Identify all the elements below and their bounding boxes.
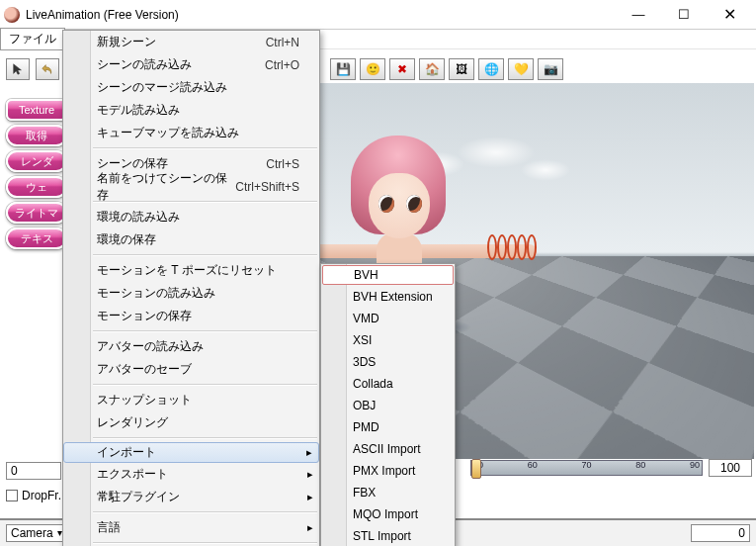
timeline-tick: 70: [581, 460, 591, 474]
menu-item-label: アバターのセーブ: [97, 361, 192, 378]
menu-item-label: シーンの読み込み: [97, 56, 192, 73]
menu-item[interactable]: モーションを T ポーズにリセット: [63, 259, 319, 282]
timeline-tick: 80: [635, 460, 645, 474]
timeline-start-input[interactable]: 0: [6, 462, 61, 480]
sidebar-button-5[interactable]: テキス: [6, 228, 67, 249]
menu-item[interactable]: 常駐プラグイン: [63, 486, 319, 508]
menu-item[interactable]: レンダリング: [63, 411, 319, 434]
menu-item[interactable]: 新規シーンCtrl+N: [63, 31, 319, 53]
toolbar-icon-picture[interactable]: 🖼: [449, 58, 474, 80]
app-icon: [4, 7, 20, 23]
timeline: 50 60 70 80 90 100: [470, 457, 752, 479]
timeline-end-input[interactable]: 100: [709, 459, 752, 477]
menu-item[interactable]: 環境の読み込み: [63, 206, 319, 228]
submenu-item[interactable]: OBJ: [321, 395, 455, 416]
submenu-item[interactable]: BVH Extension: [321, 286, 455, 308]
timeline-track[interactable]: 50 60 70 80 90: [470, 460, 703, 476]
menu-item-label: アバターの読み込み: [97, 338, 204, 355]
menu-file[interactable]: ファイル: [0, 28, 65, 50]
submenu-item[interactable]: XSI: [321, 329, 455, 351]
menu-item-label: 新規シーン: [97, 34, 156, 50]
menu-item[interactable]: 名前をつけてシーンの保存Ctrl+Shift+S: [63, 175, 319, 198]
menu-item-label: モーションを T ポーズにリセット: [97, 262, 277, 279]
menu-item[interactable]: アバターのセーブ: [63, 358, 319, 381]
tool-row-left: [6, 57, 59, 81]
menu-item[interactable]: インポート: [63, 442, 319, 463]
menu-separator: [93, 384, 317, 386]
camera-dropdown[interactable]: Camera: [6, 524, 67, 542]
submenu-item[interactable]: FBX: [321, 482, 455, 503]
menu-item-label: 名前をつけてシーンの保存: [97, 170, 235, 204]
menu-item-label: エクスポート: [97, 466, 168, 483]
menu-separator: [93, 542, 317, 544]
sidebar-button-1[interactable]: 取得: [6, 125, 67, 146]
toolbar-icon-globe[interactable]: 🌐: [478, 58, 504, 80]
submenu-item[interactable]: Collada: [321, 373, 455, 395]
toolbar-icon-floppy[interactable]: 💾: [330, 58, 356, 80]
submenu-item[interactable]: PMD: [321, 416, 455, 438]
menu-item[interactable]: シーンのマージ読み込み: [63, 76, 319, 99]
menu-item[interactable]: スナップショット: [63, 389, 319, 411]
menu-item-label: キューブマップを読み込み: [97, 125, 239, 141]
toolbar-icon-camera[interactable]: 📷: [538, 58, 563, 80]
menu-item[interactable]: シーンの読み込みCtrl+O: [63, 53, 319, 76]
menu-item-label: 環境の保存: [97, 231, 156, 248]
menu-item[interactable]: 言語: [63, 516, 319, 539]
close-button[interactable]: ✕: [707, 0, 752, 30]
submenu-item[interactable]: PMX Import: [321, 460, 455, 482]
maximize-button[interactable]: ☐: [661, 0, 707, 30]
current-frame-input[interactable]: 0: [691, 524, 750, 542]
menu-separator: [93, 201, 317, 203]
minimize-button[interactable]: —: [616, 0, 661, 30]
timeline-tick: 90: [690, 460, 700, 474]
toolbar-icon-heart[interactable]: 💛: [508, 58, 534, 80]
toolbar-icon-person[interactable]: 🙂: [360, 58, 385, 80]
file-menu-dropdown: 新規シーンCtrl+Nシーンの読み込みCtrl+Oシーンのマージ読み込みモデル読…: [62, 30, 320, 546]
window-title: LiveAnimation (Free Version): [26, 8, 616, 22]
menu-item[interactable]: 環境の保存: [63, 228, 319, 251]
submenu-item[interactable]: 3DS: [321, 351, 455, 373]
menu-item[interactable]: モデル読み込み: [63, 99, 319, 122]
undo-icon[interactable]: [36, 58, 59, 80]
submenu-item[interactable]: STL Import: [321, 525, 455, 546]
menu-item-label: インポート: [97, 444, 156, 461]
submenu-item[interactable]: MQO Import: [321, 503, 455, 525]
avatar-eye-left: [378, 195, 394, 213]
menu-item[interactable]: キューブマップを読み込み: [63, 122, 319, 144]
submenu-item[interactable]: ASCII Import: [321, 438, 455, 460]
menu-item[interactable]: アバターの読み込み: [63, 335, 319, 358]
toolbar-icon-red-x[interactable]: ✖: [389, 58, 415, 80]
tool-row-right: 💾 🙂 ✖ 🏠 🖼 🌐 💛 📷: [330, 57, 563, 81]
sidebar-texture-button[interactable]: Texture: [6, 99, 67, 121]
avatar-gizmo-rings: [487, 234, 543, 266]
submenu-item[interactable]: BVH: [322, 265, 454, 285]
menu-item-label: スナップショット: [97, 392, 192, 409]
toolbar-icon-house[interactable]: 🏠: [419, 58, 445, 80]
menu-item-label: モーションの保存: [97, 308, 192, 324]
sidebar: Texture 取得 レンダ ウェ ライトマ テキス: [6, 99, 67, 253]
submenu-item[interactable]: VMD: [321, 308, 455, 329]
menu-item-label: レンダリング: [97, 414, 168, 431]
sidebar-button-4[interactable]: ライトマ: [6, 202, 67, 224]
menu-item[interactable]: モーションの保存: [63, 305, 319, 327]
titlebar: LiveAnimation (Free Version) — ☐ ✕: [0, 0, 756, 30]
sidebar-button-2[interactable]: レンダ: [6, 150, 67, 172]
menu-item-label: 常駐プラグイン: [97, 489, 180, 505]
menu-item[interactable]: エクスポート: [63, 463, 319, 486]
menu-shortcut: Ctrl+Shift+S: [235, 180, 299, 194]
drop-frame-checkbox[interactable]: [6, 490, 18, 501]
import-submenu: BVHBVH ExtensionVMDXSI3DSColladaOBJPMDAS…: [320, 263, 456, 546]
sidebar-button-3[interactable]: ウェ: [6, 176, 67, 198]
avatar-eye-right: [406, 195, 422, 213]
pointer-tool-icon[interactable]: [6, 58, 30, 80]
menu-item[interactable]: モーションの読み込み: [63, 282, 319, 305]
timeline-ticks: 50 60 70 80 90: [471, 461, 702, 475]
drop-frame-row: DropFr...: [6, 489, 68, 502]
menu-item-label: モーションの読み込み: [97, 285, 215, 302]
menu-shortcut: Ctrl+N: [266, 36, 299, 49]
timeline-playhead[interactable]: [471, 459, 481, 479]
menu-separator: [93, 330, 317, 332]
menu-separator: [93, 437, 317, 439]
menu-separator: [93, 254, 317, 256]
menu-item-label: シーンのマージ読み込み: [97, 79, 227, 96]
